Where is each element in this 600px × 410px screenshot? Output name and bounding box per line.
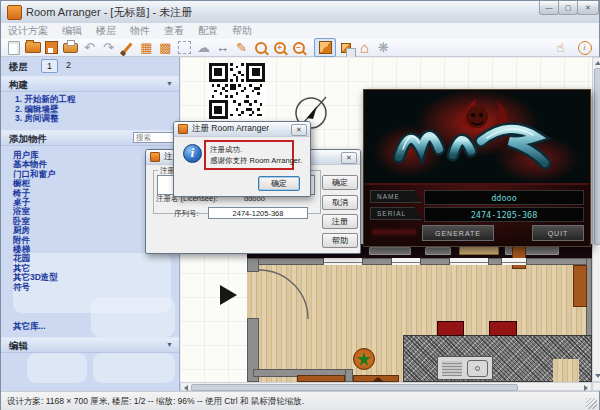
home-icon[interactable]: ⌂ <box>355 39 374 56</box>
edit-pattern-icon[interactable]: ▦ <box>137 39 156 56</box>
horizontal-scrollbar[interactable] <box>180 382 592 391</box>
resize-grip[interactable] <box>586 398 597 409</box>
window-symbol[interactable] <box>449 258 489 265</box>
register-cancel-button[interactable]: 取消 <box>322 195 358 210</box>
category-item[interactable]: 符号 <box>13 283 58 292</box>
keygen-name-label: NAME <box>370 190 422 203</box>
register-ok-button[interactable]: 确定 <box>322 175 358 190</box>
scroll-up-arrow[interactable] <box>595 61 600 65</box>
sink-drain <box>475 366 480 371</box>
save-icon[interactable] <box>42 39 61 56</box>
bottom-furniture[interactable] <box>297 375 345 382</box>
new-icon[interactable] <box>4 39 23 56</box>
potted-plant[interactable] <box>353 348 375 370</box>
walkthrough-icon[interactable]: ❋ <box>374 39 393 56</box>
minimize-button[interactable]: — <box>539 1 559 15</box>
window-symbol[interactable] <box>501 258 527 265</box>
success-message-line2: 感谢你支持 Room Arranger. <box>210 155 292 166</box>
register-help-button[interactable]: 帮助 <box>322 233 358 248</box>
print-icon[interactable] <box>61 39 80 56</box>
chevron-down-icon: ▼ <box>166 341 173 348</box>
other-libraries-link[interactable]: 其它库... <box>13 321 46 333</box>
view-3d-icon[interactable] <box>314 38 336 57</box>
zoom-in-icon[interactable]: + <box>270 39 289 56</box>
edit-section-header[interactable]: 编辑 ▼ <box>1 337 179 353</box>
floor-tab-2[interactable]: 2 <box>66 60 71 70</box>
title-bar: Room Arranger - [无标题] - 未注册 — ▢ ✕ <box>1 1 599 24</box>
window-symbol[interactable] <box>391 258 421 265</box>
serial-input[interactable]: 2474-1205-368 <box>208 207 308 219</box>
keygen-quit-button[interactable]: QUIT <box>532 225 584 241</box>
transform-icon[interactable] <box>175 39 194 56</box>
about-icon[interactable]: i <box>575 39 594 56</box>
red-stool[interactable] <box>437 321 464 336</box>
info-circle-shape: i <box>578 41 592 55</box>
keygen-generate-button[interactable]: GENERATE <box>422 225 494 241</box>
kitchen-sink[interactable] <box>437 356 493 380</box>
close-icon[interactable]: ✕ <box>341 152 357 164</box>
close-icon[interactable]: ✕ <box>291 124 307 136</box>
measure-icon[interactable]: ↔ <box>213 39 232 56</box>
magnifier-shape <box>255 42 267 54</box>
tiles-icon[interactable]: ▩ <box>156 39 175 56</box>
success-dialog-titlebar[interactable]: 注册 Room Arranger <box>174 122 310 137</box>
menu-help[interactable]: 帮助 <box>225 24 259 38</box>
close-button[interactable]: ✕ <box>577 1 599 15</box>
build-header-label: 构建 <box>9 79 28 92</box>
sidebar-panel-shape <box>93 353 175 383</box>
objects-3d-icon[interactable] <box>336 39 355 56</box>
info-icon: i <box>183 144 202 163</box>
menu-floor[interactable]: 楼层 <box>89 24 123 38</box>
serial-label: 序列号: <box>174 209 199 219</box>
vertical-scroll-thumb[interactable] <box>594 68 600 245</box>
keygen-divider <box>365 183 589 185</box>
menu-config[interactable]: 配置 <box>191 24 225 38</box>
tall-cabinet[interactable] <box>573 265 587 307</box>
maximize-button[interactable]: ▢ <box>558 1 578 15</box>
scroll-down-arrow[interactable] <box>595 374 600 378</box>
redo-icon[interactable]: ↷ <box>99 39 118 56</box>
brush-shape <box>122 42 132 53</box>
vertical-scrollbar[interactable] <box>592 57 600 382</box>
pointer-hand-icon[interactable]: ☝ <box>551 39 570 56</box>
red-stool[interactable] <box>489 321 517 336</box>
search-input[interactable] <box>133 132 175 143</box>
window-title: Room Arranger - [无标题] - 未注册 <box>26 5 192 20</box>
undo-icon[interactable]: ↶ <box>80 39 99 56</box>
door-swing-arc <box>247 262 317 327</box>
success-dialog-title: 注册 Room Arranger <box>192 123 269 135</box>
zoom-region-icon[interactable] <box>251 39 270 56</box>
clouds-icon[interactable]: ☁ <box>194 39 213 56</box>
menu-object[interactable]: 物件 <box>123 24 157 38</box>
open-icon[interactable] <box>23 39 42 56</box>
add-objects-label: 添加物件 <box>9 133 47 146</box>
status-bar: 设计方案: 1168 × 700 厘米, 楼层: 1/2 -- 缩放: 96% … <box>1 391 599 410</box>
zoom-out-icon[interactable]: − <box>289 39 308 56</box>
build-step-link[interactable]: 3. 房间调整 <box>15 114 75 124</box>
wall-stub[interactable] <box>345 369 353 382</box>
qr-code <box>209 63 265 119</box>
bottom-furniture[interactable] <box>353 375 399 382</box>
dialog-app-icon <box>150 152 160 162</box>
keygen-name-field[interactable]: ddooo <box>424 190 584 205</box>
keygen-window: NAME ddooo SERIAL 2474-1205-368 GENERATE… <box>363 89 591 247</box>
sink-drainboard <box>442 361 462 376</box>
success-ok-button[interactable]: 确定 <box>258 176 300 191</box>
sidebar-panel-shape <box>27 353 87 383</box>
horizontal-scroll-thumb[interactable] <box>191 384 518 391</box>
keygen-credits-text <box>372 229 416 235</box>
appliance-shape <box>425 247 451 255</box>
object-category-list: 用户库 基本物件 门口和窗户 橱柜 椅子 桌子 浴室 卧室 厨房 附件 楼梯 花… <box>13 151 58 292</box>
menu-view[interactable]: 查看 <box>157 24 191 38</box>
chevron-down-icon: ▼ <box>166 80 173 87</box>
pen-icon[interactable]: ✎ <box>232 39 251 56</box>
menu-design[interactable]: 设计方案 <box>1 24 55 38</box>
build-section-header[interactable]: 构建 ▼ <box>1 76 179 92</box>
register-register-button[interactable]: 注册 <box>322 214 358 229</box>
keygen-serial-field[interactable]: 2474-1205-368 <box>424 207 584 222</box>
brush-icon[interactable] <box>118 39 137 56</box>
window-symbol[interactable] <box>323 258 363 265</box>
floor-tab-1[interactable]: 1 <box>41 59 58 73</box>
sidebar-panel-shape <box>91 297 175 337</box>
menu-edit[interactable]: 编辑 <box>55 24 89 38</box>
